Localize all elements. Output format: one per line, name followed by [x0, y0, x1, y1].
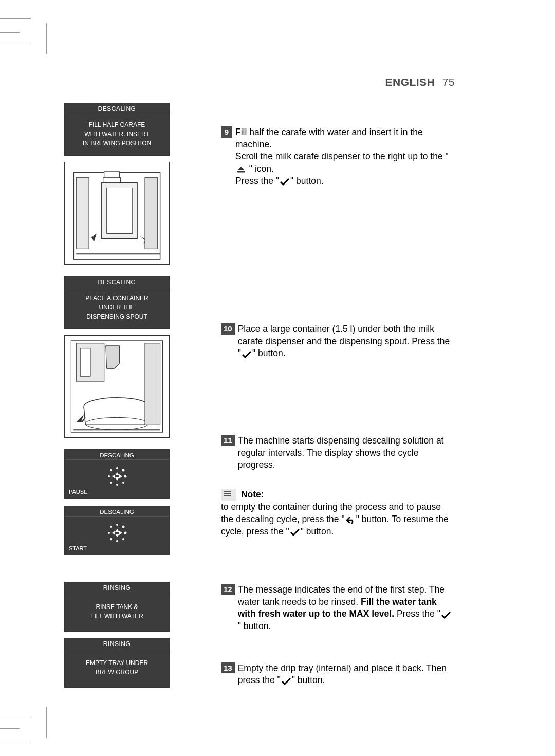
- checkmark-icon: [279, 177, 290, 186]
- svg-point-34: [110, 526, 112, 528]
- svg-point-16: [122, 469, 124, 472]
- step-number: 13: [221, 662, 235, 674]
- display-line: WITH WATER. INSERT: [68, 130, 166, 139]
- svg-marker-39: [237, 167, 245, 170]
- svg-rect-40: [237, 171, 245, 173]
- step-number: 9: [221, 126, 232, 138]
- step-text: " button.: [238, 621, 271, 631]
- svg-point-33: [108, 532, 110, 534]
- step-9: 9 Fill half the carafe with water and in…: [221, 126, 455, 187]
- svg-point-19: [116, 484, 118, 486]
- step-text: " button.: [292, 675, 325, 685]
- svg-point-17: [124, 475, 126, 478]
- back-arrow-icon: [345, 515, 356, 524]
- svg-point-32: [110, 538, 112, 540]
- display-title: DESCALING: [65, 450, 169, 460]
- svg-rect-5: [145, 178, 158, 249]
- svg-rect-13: [145, 343, 160, 425]
- display-line: FILL HALF CARAFE: [68, 120, 166, 130]
- display-line: EMPTY TRAY UNDER: [68, 658, 166, 668]
- display-line: FILL WITH WATER: [68, 612, 166, 621]
- left-column: DESCALING FILL HALF CARAFE WITH WATER. I…: [31, 103, 185, 703]
- display-title: DESCALING: [65, 506, 169, 517]
- display-line: PLACE A CONTAINER: [68, 293, 166, 303]
- svg-rect-10: [80, 348, 90, 376]
- display-label: PAUSE: [69, 489, 87, 495]
- svg-point-30: [122, 538, 124, 540]
- step-text: Press the ": [394, 609, 440, 619]
- checkmark-icon: [281, 677, 292, 685]
- svg-point-18: [122, 482, 124, 484]
- language-label: ENGLISH: [385, 76, 435, 88]
- display-rinsing-tray: RINSING EMPTY TRAY UNDER BREW GROUP: [64, 638, 170, 688]
- right-column: 9 Fill half the carafe with water and in…: [185, 103, 524, 703]
- note-icon: [221, 489, 236, 501]
- step-text: Scroll the milk carafe dispenser to the …: [235, 151, 449, 161]
- step-text: Empty the drip tray (internal) and place…: [238, 663, 447, 686]
- svg-marker-24: [115, 477, 119, 481]
- step-text: " button.: [290, 176, 324, 186]
- svg-point-31: [116, 540, 118, 542]
- step-text: The machine starts dispensing descaling …: [238, 435, 444, 470]
- svg-rect-4: [103, 178, 121, 183]
- display-descaling-progress-start: DESCALING START: [64, 506, 170, 555]
- step-text: Press the ": [235, 176, 279, 186]
- step-13: 13 Empty the drip tray (internal) and pl…: [221, 662, 455, 687]
- display-line: IN BREWING POSITION: [68, 139, 166, 148]
- checkmark-icon: [440, 611, 452, 619]
- display-descaling-progress-pause: DESCALING PAUSE: [64, 449, 170, 499]
- step-12: 12 The message indicates the end of the …: [221, 584, 455, 633]
- display-line: UNDER THE: [68, 303, 166, 312]
- svg-point-21: [108, 475, 110, 477]
- display-title: DESCALING: [65, 103, 169, 115]
- svg-rect-6: [76, 178, 89, 249]
- display-line: DISPENSING SPOUT: [68, 312, 166, 321]
- svg-marker-25: [112, 474, 115, 478]
- eject-icon: [235, 165, 247, 173]
- page-header: ENGLISH 75: [31, 21, 524, 88]
- svg-point-22: [110, 469, 112, 471]
- display-rinsing-tank: RINSING RINSE TANK & FILL WITH WATER: [64, 582, 170, 632]
- svg-marker-38: [119, 531, 122, 535]
- svg-point-20: [110, 482, 112, 484]
- crop-marks-top: [0, 18, 57, 64]
- note-label: Note:: [241, 489, 264, 500]
- svg-marker-26: [119, 474, 122, 478]
- illustration-insert-carafe: [64, 162, 170, 265]
- step-11: 11 The machine starts dispensing descali…: [221, 435, 455, 471]
- note-block: Note: to empty the container during the …: [221, 489, 455, 538]
- display-label: START: [69, 545, 87, 551]
- illustration-place-container: [64, 335, 170, 438]
- step-number: 10: [221, 323, 235, 335]
- svg-marker-35: [115, 529, 119, 532]
- page-number: 75: [442, 76, 455, 88]
- step-10: 10 Place a large container (1.5 l) under…: [221, 323, 455, 360]
- display-descaling-fill-carafe: DESCALING FILL HALF CARAFE WITH WATER. I…: [64, 103, 170, 156]
- svg-point-28: [122, 526, 124, 528]
- checkmark-icon: [289, 528, 301, 536]
- svg-point-15: [116, 467, 118, 469]
- display-title: DESCALING: [65, 276, 169, 288]
- display-title: RINSING: [65, 638, 169, 650]
- display-descaling-place-container: DESCALING PLACE A CONTAINER UNDER THE DI…: [64, 276, 170, 329]
- svg-rect-2: [107, 188, 133, 234]
- note-text: " button.: [301, 526, 334, 537]
- display-line: RINSE TANK &: [68, 602, 166, 612]
- step-text: " icon.: [247, 163, 274, 174]
- svg-point-27: [116, 524, 118, 526]
- svg-point-29: [124, 532, 126, 534]
- crop-marks-bottom: [0, 697, 57, 743]
- step-text: Fill half the carafe with water and inse…: [235, 127, 423, 150]
- step-number: 11: [221, 435, 235, 446]
- svg-marker-37: [112, 531, 115, 535]
- checkmark-icon: [241, 350, 252, 358]
- svg-marker-36: [115, 534, 119, 537]
- step-text: " button.: [252, 348, 286, 358]
- display-title: RINSING: [65, 582, 169, 594]
- svg-marker-23: [115, 472, 119, 475]
- display-line: BREW GROUP: [68, 668, 166, 677]
- step-number: 12: [221, 584, 235, 595]
